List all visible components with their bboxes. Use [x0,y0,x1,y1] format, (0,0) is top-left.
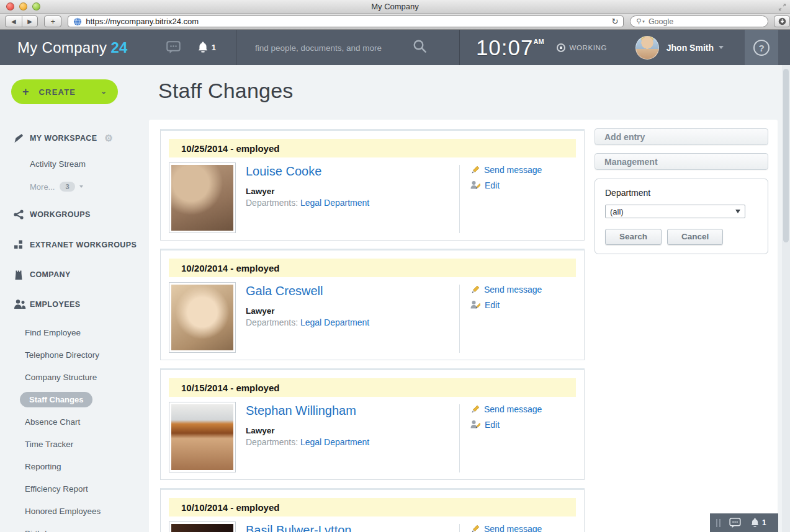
department-filter: Department (all) Search Cancel [595,179,768,254]
page-scrollbar[interactable] [782,65,790,532]
employee-name-link[interactable]: Louise Cooke [246,164,459,179]
global-search[interactable] [255,42,409,53]
global-search-input[interactable] [255,43,409,53]
create-button[interactable]: + CREATE ⌄ [11,79,118,104]
downloads-button[interactable] [774,16,790,27]
staff-entry-card: 10/15/2014 - employed Stephan Willingham… [160,368,585,480]
employee-photo[interactable] [169,521,236,532]
notifications-button[interactable]: 1 [751,518,766,528]
employee-photo[interactable] [169,282,236,353]
department-select[interactable]: (all) [605,205,745,218]
employee-name-link[interactable]: Basil Bulwer-Lytton [246,523,459,532]
address-bar[interactable]: https://mycompany.bitrix24.com ↻ [68,16,624,27]
sidebar-item-telephone-directory[interactable]: Telephone Directory [25,344,149,366]
right-panel: Add entry Management Department (all) Se… [595,128,768,254]
sidebar-item-staff-changes[interactable]: Staff Changes [25,388,149,410]
work-status-toggle[interactable]: WORKING [557,43,607,52]
search-button[interactable]: Search [605,229,662,245]
edit-action[interactable]: Edit [470,180,576,190]
edit-action[interactable]: Edit [470,300,576,310]
notifications-button[interactable]: 1 [198,42,216,53]
section-label: EMPLOYEES [30,300,80,309]
time-tracker-clock[interactable]: 10:07 AM [476,37,544,58]
brand-logo[interactable]: My Company24 [17,39,128,56]
sidebar: + CREATE ⌄ MY WORKSPACE ⚙ Activity Strea… [0,65,149,532]
sidebar-item-honored-employees[interactable]: Honored Employees [25,500,149,522]
active-item-label: Staff Changes [20,392,92,407]
resize-icon[interactable] [778,2,786,14]
entry-date-bar: 10/25/2014 - employed [169,139,576,157]
employee-photo[interactable] [169,162,236,233]
sidebar-section-employees[interactable]: EMPLOYEES [14,299,149,309]
sidebar-section-workgroups[interactable]: WORKGROUPS [14,210,149,219]
sidebar-section-company[interactable]: COMPANY [14,270,149,280]
departments-label: Departments: [246,317,298,327]
send-message-action[interactable]: Send message [470,524,576,532]
search-icon[interactable] [413,39,427,56]
action-label: Send message [484,285,542,295]
avatar[interactable] [635,36,659,60]
create-label: CREATE [39,87,76,97]
brand-name: My Company [17,39,107,56]
messenger-icon[interactable] [166,41,181,54]
back-button[interactable]: ◀ [6,16,22,27]
help-button[interactable]: ? [745,30,778,65]
sidebar-item-absence-chart[interactable]: Absence Chart [25,410,149,433]
selected-option: (all) [610,207,735,216]
reload-icon[interactable]: ↻ [611,17,618,26]
staff-entry-card: 10/10/2014 - employed Basil Bulwer-Lytto… [160,488,585,532]
department-link[interactable]: Legal Department [300,198,369,208]
bell-icon [751,518,759,528]
edit-action[interactable]: Edit [470,420,576,430]
department-link[interactable]: Legal Department [300,317,369,327]
window-title: My Company [0,2,790,11]
management-button[interactable]: Management [595,153,768,170]
edit-user-icon [470,300,480,310]
pencil-icon [470,166,480,175]
sidebar-item-company-structure[interactable]: Company Structure [25,366,149,388]
send-message-action[interactable]: Send message [470,165,576,175]
bookmark-icon [14,133,30,143]
departments-label: Departments: [246,198,298,208]
drag-handle-icon[interactable] [716,519,720,527]
add-entry-button[interactable]: Add entry [595,128,768,145]
sidebar-item-birthdays[interactable]: Birthdays [25,522,149,532]
employee-name-link[interactable]: Gala Creswell [246,284,459,298]
sidebar-item-activity-stream[interactable]: Activity Stream [30,159,149,169]
castle-icon [14,270,30,280]
browser-search-field[interactable]: ⚲ ▾ Google [630,16,768,27]
sidebar-item-more[interactable]: More... 3 [30,182,149,192]
forward-button[interactable]: ▶ [22,16,38,27]
cancel-button[interactable]: Cancel [667,229,723,245]
send-message-action[interactable]: Send message [470,285,576,295]
section-label: COMPANY [30,270,71,279]
item-label: Birthdays [25,529,60,532]
sidebar-item-find-employee[interactable]: Find Employee [25,321,149,344]
gear-icon[interactable]: ⚙ [105,133,114,144]
edit-user-icon [470,420,480,430]
scrollbar-thumb[interactable] [783,69,789,242]
item-label: Honored Employees [25,507,101,516]
help-icon: ? [753,40,770,56]
department-link[interactable]: Legal Department [300,437,369,447]
share-icon [14,210,30,219]
section-label: MY WORKSPACE [30,134,97,143]
mac-titlebar: My Company [0,0,790,14]
new-tab-button[interactable]: + [44,16,61,27]
send-message-action[interactable]: Send message [470,404,576,414]
sidebar-item-time-tracker[interactable]: Time Tracker [25,433,149,455]
sidebar-section-extranet-workgroups[interactable]: EXTRANET WORKGROUPS [14,240,149,249]
bell-icon [198,42,208,53]
sidebar-item-reporting[interactable]: Reporting [25,455,149,477]
clock-period: AM [534,38,544,45]
chevron-down-icon [79,185,83,188]
item-label: Absence Chart [25,417,80,427]
sidebar-item-efficiency-report[interactable]: Efficiency Report [25,477,149,500]
messenger-icon[interactable] [729,518,741,528]
sidebar-section-my-workspace[interactable]: MY WORKSPACE ⚙ [14,133,149,144]
department-label: Department [605,188,758,198]
employee-photo[interactable] [169,402,236,472]
user-menu[interactable]: Jhon Smith [635,36,724,60]
section-label: EXTRANET WORKGROUPS [30,241,137,249]
employee-name-link[interactable]: Stephan Willingham [246,404,459,418]
